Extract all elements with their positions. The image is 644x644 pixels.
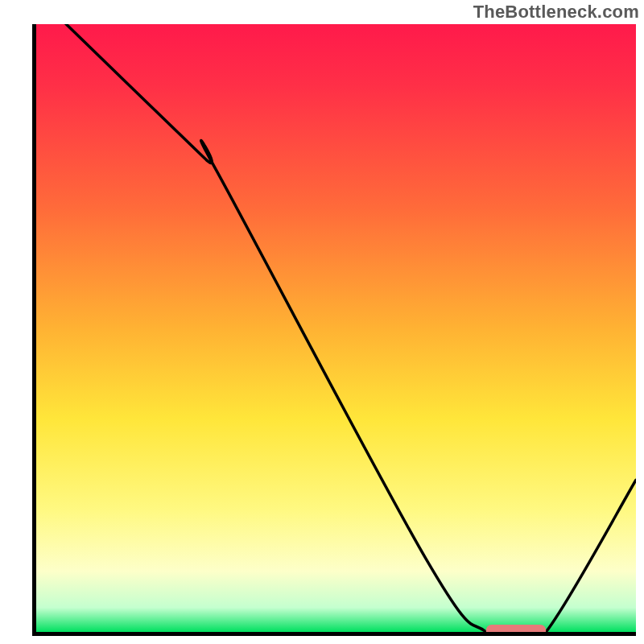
chart-svg: [36, 24, 636, 632]
plot-axes: [32, 24, 636, 636]
optimal-marker-bar: [486, 625, 547, 632]
plot-area: [36, 24, 636, 632]
watermark-text: TheBottleneck.com: [473, 2, 639, 23]
chart-stage: TheBottleneck.com: [0, 0, 644, 644]
gradient-background: [36, 24, 636, 632]
